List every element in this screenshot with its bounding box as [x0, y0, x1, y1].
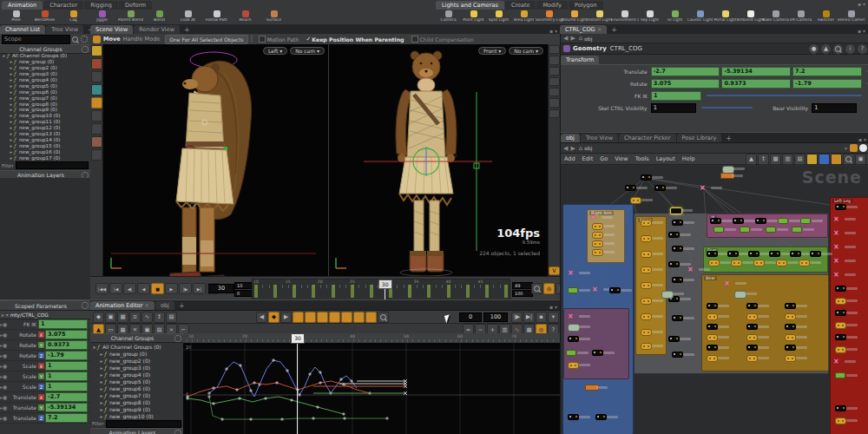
next-key-icon[interactable]: ▶: [280, 312, 292, 323]
node-path[interactable]: obj: [584, 36, 592, 42]
node-x[interactable]: ×: [833, 244, 839, 250]
handle-scope-dropdown[interactable]: One For All Selected Objects: [165, 35, 247, 44]
keyframe-mark[interactable]: [332, 285, 335, 298]
snapshot-icon[interactable]: [850, 144, 858, 152]
tree-item[interactable]: ▸ƒnew_group6 (0): [2, 89, 89, 95]
tree-item[interactable]: ▸ƒnew_group5 (0): [92, 378, 183, 385]
node-c[interactable]: [592, 350, 603, 356]
key-tangent-3[interactable]: [317, 312, 328, 323]
keyframe-mark[interactable]: [254, 285, 258, 298]
gear-icon[interactable]: [174, 430, 181, 434]
shelf-tool-ambient-light[interactable]: Ambient Light: [738, 10, 763, 24]
keyframe-mark[interactable]: [273, 285, 277, 298]
ae-filter-input[interactable]: [106, 420, 181, 428]
snap-keys-icon[interactable]: ≡: [129, 312, 141, 323]
shelf-tool-spot-light[interactable]: Spot Light: [486, 10, 511, 24]
frame-all-icon[interactable]: ▶|: [523, 312, 535, 323]
transport-5[interactable]: ▶: [165, 283, 178, 294]
shelf-tool-geometry-light[interactable]: Geometry Light: [536, 10, 562, 24]
shelf-tool-distant-light[interactable]: Distant Light: [587, 10, 612, 24]
node-c[interactable]: [746, 303, 758, 309]
node-y[interactable]: [641, 266, 652, 273]
node-c[interactable]: [672, 277, 683, 283]
node-c[interactable]: [707, 345, 718, 351]
network-canvas[interactable]: Scene Right ArmSpineIKFeetBearLeft Leg××…: [561, 166, 868, 434]
key-tangent-2[interactable]: [305, 312, 316, 323]
bear-vis-field[interactable]: 1: [812, 103, 857, 113]
param-value-field[interactable]: 1: [45, 382, 88, 391]
shelf-tool-parent-blend[interactable]: Parent Blend: [116, 10, 145, 24]
node-c[interactable]: [654, 185, 666, 191]
range-start-fields[interactable]: 10 0: [234, 282, 253, 297]
tab-animation-editor[interactable]: Animation Editor ×: [90, 301, 155, 310]
zoom-icon[interactable]: [531, 283, 542, 294]
gear-icon[interactable]: [82, 302, 89, 309]
pin-icon[interactable]: ●: [808, 43, 819, 55]
node-y[interactable]: [592, 232, 603, 239]
node-c[interactable]: [609, 287, 621, 293]
shelf-tool-look-at[interactable]: Look At: [174, 10, 202, 24]
euler-filter-icon[interactable]: ∿: [141, 312, 153, 323]
tree-item[interactable]: ▸ƒnew_group4 (0): [2, 77, 89, 83]
tab-scene-view[interactable]: Scene View: [90, 25, 133, 34]
tree-item[interactable]: ▸ƒnew_group12 (0): [2, 125, 89, 131]
node-y[interactable]: [708, 260, 720, 266]
node-y[interactable]: [641, 298, 652, 305]
key-nav-icons[interactable]: ▸●: [0, 373, 10, 379]
keyframe-mark[interactable]: [293, 285, 296, 298]
node-c[interactable]: [835, 286, 846, 292]
key-nav-icons[interactable]: ▸●: [0, 394, 10, 400]
range-end-fields[interactable]: 49 100: [512, 282, 533, 297]
node-c[interactable]: [727, 251, 739, 257]
node-x[interactable]: ×: [833, 216, 839, 222]
timeline-ruler[interactable]: 101520253035404530: [252, 279, 510, 300]
node-c[interactable]: [835, 204, 846, 210]
tab-render-view[interactable]: Render View: [134, 25, 180, 34]
tab-channel-list[interactable]: Channel List: [0, 25, 45, 34]
nav-back-icon[interactable]: ◀: [563, 145, 568, 152]
playhead-frame-box[interactable]: 30: [378, 279, 392, 289]
node-g[interactable]: [740, 227, 750, 233]
node-c[interactable]: [733, 218, 744, 224]
node-c[interactable]: [672, 352, 683, 358]
shelf-tool-environment-light[interactable]: Environment Light: [612, 10, 637, 24]
node-y[interactable]: [592, 249, 603, 256]
pane-menu-icon[interactable]: ▪ ▾: [549, 28, 560, 34]
nav-forward-icon[interactable]: ▶: [570, 35, 575, 42]
node-c[interactable]: [835, 334, 846, 340]
param-value-field[interactable]: 1: [45, 372, 88, 381]
handle-mode-label[interactable]: Handle Mode: [123, 36, 161, 43]
key-tangent-6[interactable]: [353, 312, 365, 323]
key-nav-icons[interactable]: ▸●: [0, 384, 10, 390]
node-y[interactable]: [753, 260, 765, 266]
node-c[interactable]: [672, 315, 683, 321]
node-y[interactable]: [746, 355, 758, 362]
scoped-node-row[interactable]: ▸ ▾mty/CTRL_COG: [0, 311, 90, 319]
node-g[interactable]: [800, 218, 811, 224]
new-tab-button[interactable]: +: [608, 26, 621, 34]
node-c[interactable]: [568, 414, 579, 420]
shelf-tab-polygon[interactable]: Polygon: [569, 1, 603, 10]
keyframe-mark[interactable]: [312, 285, 315, 298]
paste-icon[interactable]: ▦: [117, 312, 128, 323]
tree-item[interactable]: ▸ƒnew_group (0): [2, 59, 89, 65]
node-y[interactable]: [641, 313, 652, 320]
tree-item[interactable]: ▸ƒnew_group8 (0): [2, 101, 89, 107]
translate-icon[interactable]: [91, 84, 102, 95]
shelf-tool-blend[interactable]: Blend: [145, 10, 174, 24]
graph-range-start-field[interactable]: 0: [459, 312, 482, 322]
node-y[interactable]: [707, 334, 718, 341]
bake-icon[interactable]: ▤: [166, 312, 177, 323]
help-icon[interactable]: ?: [857, 43, 868, 55]
node-y[interactable]: [592, 240, 603, 247]
node-g[interactable]: [766, 227, 776, 233]
keyframe-mark[interactable]: [485, 285, 489, 298]
shelf-tab-animation[interactable]: Animation: [2, 1, 43, 10]
frame-range-icon[interactable]: |▶: [511, 312, 523, 323]
transport-4[interactable]: ■: [151, 283, 164, 294]
node-y[interactable]: [776, 260, 787, 266]
set-key-icon[interactable]: ◆: [93, 312, 104, 323]
node-ctrl-cog-selected[interactable]: [670, 207, 682, 214]
copy-icon[interactable]: ▣: [105, 312, 116, 323]
tree-item[interactable]: ▸ƒnew_group9 (0): [2, 107, 89, 113]
